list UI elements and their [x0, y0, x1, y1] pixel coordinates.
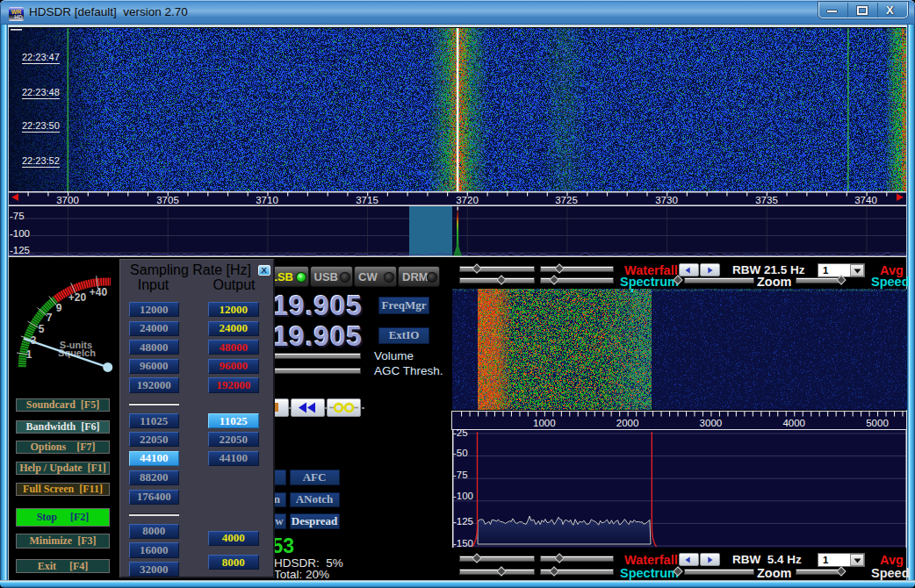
- svg-text:3735: 3735: [755, 195, 778, 205]
- svg-text:1000: 1000: [533, 417, 556, 427]
- svg-text:7: 7: [47, 312, 53, 324]
- svg-text:2000: 2000: [616, 417, 639, 427]
- svg-text:3700: 3700: [56, 195, 79, 205]
- svg-text:HD: HD: [14, 14, 23, 20]
- svg-text:+40: +40: [90, 286, 108, 298]
- svg-text:9: 9: [56, 302, 62, 314]
- svg-text:3720: 3720: [456, 195, 479, 205]
- svg-text:3725: 3725: [555, 195, 578, 205]
- svg-text:5000: 5000: [866, 417, 889, 427]
- svg-text:3730: 3730: [655, 195, 678, 205]
- svg-text:5: 5: [39, 323, 45, 335]
- svg-text:3000: 3000: [700, 417, 723, 427]
- svg-text:4000: 4000: [782, 417, 805, 427]
- svg-text:3715: 3715: [356, 195, 378, 205]
- svg-text:3740: 3740: [854, 195, 877, 205]
- svg-text:3705: 3705: [156, 195, 179, 205]
- svg-text:+20: +20: [68, 291, 87, 304]
- svg-text:3710: 3710: [256, 195, 278, 205]
- svg-text:1: 1: [26, 348, 32, 361]
